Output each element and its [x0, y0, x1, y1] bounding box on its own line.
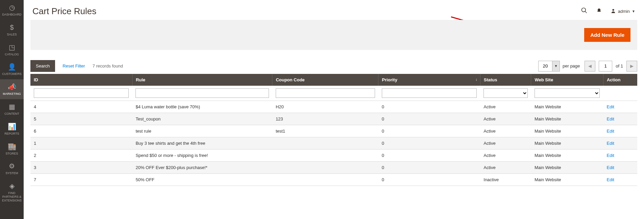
table-row[interactable]: 6test ruletest10ActiveMain WebsiteEdit: [30, 125, 637, 137]
table-row[interactable]: 1Buy 3 tee shirts and get the 4th free0A…: [30, 137, 637, 149]
edit-link[interactable]: Edit: [606, 104, 614, 109]
cell-priority: 0: [378, 162, 480, 174]
page-input[interactable]: [599, 61, 612, 72]
content-icon: ▦: [9, 103, 15, 111]
dashboard-icon: ◷: [9, 3, 15, 11]
cell-id: 7: [30, 174, 132, 186]
admin-account-menu[interactable]: admin ▼: [611, 8, 635, 15]
nav-item-catalog[interactable]: ◳CATALOG: [0, 40, 24, 60]
system-icon: ⚙: [9, 162, 15, 170]
edit-link[interactable]: Edit: [606, 141, 614, 146]
filter-id-input[interactable]: [34, 88, 129, 98]
edit-link[interactable]: Edit: [606, 129, 614, 134]
table-row[interactable]: 2Spend $50 or more - shipping is free!0A…: [30, 149, 637, 162]
marketing-icon: 📣: [8, 83, 16, 91]
col-header-action: Action: [603, 74, 637, 86]
cell-coupon: [272, 162, 378, 174]
per-page-select[interactable]: ▼: [538, 61, 560, 72]
user-icon: [611, 8, 616, 15]
col-header-id[interactable]: ID: [30, 74, 132, 86]
nav-label: SALES: [7, 33, 17, 36]
filter-coupon-input[interactable]: [276, 88, 375, 98]
nav-item-sales[interactable]: $SALES: [0, 20, 24, 40]
nav-item-find-partners-extensions[interactable]: ◈FIND PARTNERS & EXTENSIONS: [0, 179, 24, 206]
cell-id: 4: [30, 101, 132, 113]
reset-filter-link[interactable]: Reset Filter: [63, 63, 85, 69]
svg-line-1: [585, 11, 587, 13]
cell-id: 3: [30, 162, 132, 174]
col-header-rule[interactable]: Rule: [132, 74, 272, 86]
nav-item-stores[interactable]: 🏬STORES: [0, 139, 24, 159]
nav-item-reports[interactable]: 📊REPORTS: [0, 119, 24, 139]
cell-status: Active: [480, 101, 531, 113]
search-icon[interactable]: [581, 7, 588, 16]
cell-rule: 20% OFF Ever $200-plus purchase!*: [132, 162, 272, 174]
cell-coupon: [272, 174, 378, 186]
cell-priority: 0: [378, 101, 480, 113]
prev-page-button[interactable]: ◀: [585, 61, 595, 72]
add-new-rule-button[interactable]: Add New Rule: [584, 28, 630, 42]
filter-status-select[interactable]: [484, 88, 528, 98]
nav-label: MARKETING: [3, 92, 21, 96]
chevron-down-icon[interactable]: ▼: [552, 61, 560, 71]
cell-coupon: H20: [272, 101, 378, 113]
cell-status: Active: [480, 137, 531, 149]
catalog-icon: ◳: [9, 43, 15, 51]
table-row[interactable]: 750% OFF0InactiveMain WebsiteEdit: [30, 174, 637, 186]
edit-link[interactable]: Edit: [606, 116, 614, 121]
nav-item-content[interactable]: ▦CONTENT: [0, 99, 24, 119]
admin-sidebar: ◷DASHBOARD$SALES◳CATALOG👤CUSTOMERS📣MARKE…: [0, 0, 24, 219]
cell-website: Main Website: [531, 174, 603, 186]
sales-icon: $: [10, 23, 14, 31]
cell-status: Active: [480, 125, 531, 137]
per-page-label: per page: [563, 63, 580, 69]
cell-coupon: [272, 149, 378, 162]
cell-id: 5: [30, 113, 132, 125]
edit-link[interactable]: Edit: [606, 153, 614, 158]
nav-item-marketing[interactable]: 📣MARKETING: [0, 79, 24, 99]
admin-user-label: admin: [618, 9, 630, 14]
next-page-button[interactable]: ▶: [626, 61, 637, 72]
nav-label: CATALOG: [5, 53, 19, 56]
table-row[interactable]: 320% OFF Ever $200-plus purchase!*0Activ…: [30, 162, 637, 174]
nav-label: SYSTEM: [5, 171, 18, 175]
col-header-priority[interactable]: Priority↓: [378, 74, 480, 86]
cell-status: Active: [480, 149, 531, 162]
per-page-input[interactable]: [539, 61, 552, 71]
nav-label: REPORTS: [4, 132, 19, 136]
filter-priority-input[interactable]: [382, 88, 477, 98]
filter-website-select[interactable]: [535, 88, 600, 98]
edit-link[interactable]: Edit: [606, 165, 614, 170]
col-header-coupon[interactable]: Coupon Code: [272, 74, 378, 86]
records-found-label: 7 records found: [93, 63, 123, 69]
cell-rule: $4 Luma water bottle (save 70%): [132, 101, 272, 113]
cell-rule: Spend $50 or more - shipping is free!: [132, 149, 272, 162]
table-row[interactable]: 5Test_coupon1230ActiveMain WebsiteEdit: [30, 113, 637, 125]
col-header-website[interactable]: Web Site: [531, 74, 603, 86]
cell-id: 2: [30, 149, 132, 162]
cell-priority: 0: [378, 137, 480, 149]
filter-rule-input[interactable]: [135, 88, 269, 98]
edit-link[interactable]: Edit: [606, 177, 614, 182]
svg-point-2: [612, 9, 614, 11]
sort-desc-icon: ↓: [475, 77, 477, 81]
nav-item-dashboard[interactable]: ◷DASHBOARD: [0, 0, 24, 20]
cell-id: 6: [30, 125, 132, 137]
notification-icon[interactable]: [596, 8, 602, 15]
action-bar: Add New Rule: [30, 20, 637, 50]
nav-label: DASHBOARD: [2, 13, 21, 17]
cell-priority: 0: [378, 149, 480, 162]
page-of-label: of 1: [616, 63, 623, 69]
nav-item-customers[interactable]: 👤CUSTOMERS: [0, 59, 24, 79]
nav-item-system[interactable]: ⚙SYSTEM: [0, 159, 24, 179]
search-button[interactable]: Search: [30, 60, 55, 72]
page-title: Cart Price Rules: [32, 6, 96, 17]
cell-coupon: [272, 137, 378, 149]
col-header-status[interactable]: Status: [480, 74, 531, 86]
cell-status: Active: [480, 162, 531, 174]
cell-id: 1: [30, 137, 132, 149]
cell-website: Main Website: [531, 149, 603, 162]
table-row[interactable]: 4$4 Luma water bottle (save 70%)H200Acti…: [30, 101, 637, 113]
cell-rule: Buy 3 tee shirts and get the 4th free: [132, 137, 272, 149]
chevron-down-icon: ▼: [632, 9, 635, 13]
